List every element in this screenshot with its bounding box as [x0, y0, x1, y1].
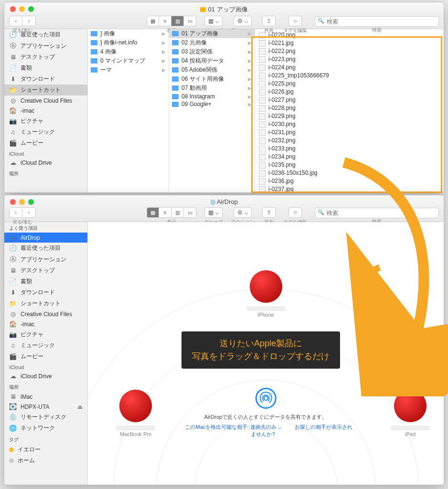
sidebar-item[interactable]: 🌐ネットワーク: [4, 423, 87, 434]
sidebar-label: ショートカット: [21, 299, 61, 308]
device-macbook[interactable]: MacBook Pro: [107, 389, 164, 437]
forward-button[interactable]: ›: [22, 16, 36, 26]
device-iphone[interactable]: iPhone: [237, 270, 295, 318]
view-list-button[interactable]: ≡: [159, 16, 171, 26]
folder-row[interactable]: 04 投稿用データ▶: [169, 56, 255, 65]
folder-row[interactable]: 4 画像▶: [88, 47, 169, 56]
item-label: 06 サイト用画像: [181, 75, 224, 83]
sidebar-item[interactable]: ◎Creative Cloud Files: [4, 96, 87, 106]
tags-button[interactable]: ○: [288, 16, 302, 26]
group-button[interactable]: ▦ ⌵: [204, 207, 223, 218]
file-row[interactable]: i-0228.png: [257, 104, 441, 112]
sidebar-item[interactable]: 🖥デスクトップ: [4, 265, 87, 276]
maximize-icon[interactable]: [28, 199, 34, 205]
minimize-icon[interactable]: [19, 199, 25, 205]
sidebar-item[interactable]: ⬇︎ダウンロード: [4, 287, 87, 298]
view-gallery-button[interactable]: ▭: [184, 207, 196, 218]
view-icon-button[interactable]: ▦: [147, 207, 159, 218]
file-row[interactable]: i-0223.png: [257, 55, 441, 64]
discoverable-link[interactable]: このMacを検出可能な相手: 連絡先のみ ⌵: [185, 424, 281, 430]
file-row[interactable]: i-0236-150x150.jpg: [257, 169, 441, 177]
sidebar-item[interactable]: Ⓐアプリケーション: [4, 40, 87, 52]
sidebar-icon: ♫: [9, 128, 17, 136]
sidebar-item[interactable]: 📷ピクチャ: [4, 116, 87, 127]
folder-row[interactable]: 09 Google+▶: [169, 100, 255, 108]
folder-row[interactable]: 07 動画用▶: [169, 84, 255, 93]
folder-row[interactable]: ーマ▶: [88, 65, 169, 74]
file-row[interactable]: i-0222.png: [257, 47, 441, 55]
file-row[interactable]: i-0230.png: [257, 120, 441, 128]
sidebar-item[interactable]: ♫ミュージック: [4, 127, 87, 138]
sidebar-tag[interactable]: ホーム: [4, 455, 87, 466]
folder-row[interactable]: } 画像▶: [88, 29, 169, 38]
sidebar-item[interactable]: ☁︎iCloud Drive: [4, 158, 87, 168]
back-button[interactable]: ‹: [9, 16, 22, 26]
action-button[interactable]: ⚙ ⌵: [234, 207, 252, 218]
sidebar-item[interactable]: ♫ミュージック: [4, 340, 87, 351]
file-row[interactable]: i-0233.png: [257, 145, 441, 153]
sidebar-item[interactable]: 🎬ムービー: [4, 138, 87, 149]
file-row[interactable]: i-0221.jpg: [257, 39, 441, 47]
sidebar-item[interactable]: ☁︎iCloud Drive: [4, 371, 87, 381]
folder-row[interactable]: 0 マインドマップ▶: [88, 56, 169, 65]
file-row[interactable]: i-0225.png: [257, 80, 441, 88]
search-input[interactable]: [315, 16, 439, 27]
sidebar-item[interactable]: 📄書類: [4, 63, 87, 74]
file-row[interactable]: i-0234.png: [257, 153, 441, 161]
sidebar-item[interactable]: 🏠-imac: [4, 319, 87, 329]
device-ipad[interactable]: iPad: [382, 389, 439, 437]
file-row[interactable]: i-0226.jpg: [257, 88, 441, 96]
sidebar-item[interactable]: Ⓐアプリケーション: [4, 254, 87, 265]
sidebar-item[interactable]: 📷ピクチャ: [4, 329, 87, 340]
share-button[interactable]: ⇪: [262, 207, 276, 218]
view-icon-button[interactable]: ▦: [147, 16, 159, 26]
file-row[interactable]: i-0224.png: [257, 64, 441, 72]
file-row[interactable]: i-0235.png: [257, 161, 441, 169]
forward-button[interactable]: ›: [22, 207, 36, 218]
back-button[interactable]: ‹: [9, 207, 22, 218]
close-icon[interactable]: [10, 199, 16, 205]
sidebar-item[interactable]: 🏠-imac: [4, 106, 87, 116]
folder-row[interactable]: 06 サイト用画像▶: [169, 74, 255, 84]
file-row[interactable]: i-0232.png: [257, 137, 441, 145]
sidebar-tag[interactable]: イエロー: [4, 444, 87, 455]
file-row[interactable]: i-0227.png: [257, 96, 441, 104]
folder-row[interactable]: } 画像i-net.info▶: [88, 38, 169, 47]
group-button[interactable]: ▦ ⌵: [204, 16, 223, 26]
sidebar-item[interactable]: ◎Creative Cloud Files: [4, 309, 87, 319]
sidebar-item[interactable]: 🖥iMac: [4, 392, 87, 402]
sidebar-item[interactable]: 🎬ムービー: [4, 351, 87, 362]
folder-row[interactable]: 03 設定関係▶: [169, 47, 255, 56]
tags-button[interactable]: ○: [288, 207, 302, 218]
sidebar-item[interactable]: 💿リモートディスク: [4, 412, 87, 423]
share-button[interactable]: ⇪: [262, 16, 276, 26]
close-icon[interactable]: [10, 6, 16, 12]
file-row[interactable]: i-0225_tmp1053666679: [257, 72, 441, 80]
folder-row[interactable]: 02 元画像▶: [169, 38, 255, 47]
eject-icon[interactable]: ⏏: [77, 404, 83, 410]
view-column-button[interactable]: ▥: [171, 207, 184, 218]
sidebar-item[interactable]: ⬇︎ダウンロード: [4, 74, 87, 85]
minimize-icon[interactable]: [19, 6, 25, 12]
sidebar-item[interactable]: 📄書類: [4, 276, 87, 287]
view-list-button[interactable]: ≡: [159, 207, 171, 218]
folder-row[interactable]: 08 Instagram▶: [169, 93, 255, 100]
file-row[interactable]: i-0231.png: [257, 128, 441, 137]
sidebar-item[interactable]: 📁ショートカット: [4, 298, 87, 309]
sidebar-item[interactable]: 💽HDPX-UTA⏏: [4, 402, 87, 412]
search-input[interactable]: [315, 208, 439, 218]
file-row[interactable]: i-0237.jpg: [257, 185, 441, 192]
action-button[interactable]: ⚙ ⌵: [234, 16, 252, 26]
sidebar-item[interactable]: 🖥デスクトップ: [4, 52, 87, 63]
file-row[interactable]: i-0236.jpg: [257, 177, 441, 185]
maximize-icon[interactable]: [28, 6, 34, 12]
folder-row[interactable]: 01 アップ画像▶: [169, 29, 255, 38]
file-icon: [259, 121, 266, 128]
view-column-button[interactable]: ▥: [171, 16, 184, 26]
sidebar-item[interactable]: 🕘最近使った項目: [4, 243, 87, 254]
sidebar-item[interactable]: 📁ショートカット: [4, 85, 87, 96]
folder-row[interactable]: 05 Adobe関係▶: [169, 65, 255, 74]
file-row[interactable]: i-0229.png: [257, 112, 441, 120]
sidebar-item[interactable]: ◎AirDrop: [4, 233, 87, 243]
view-gallery-button[interactable]: ▭: [184, 16, 196, 26]
